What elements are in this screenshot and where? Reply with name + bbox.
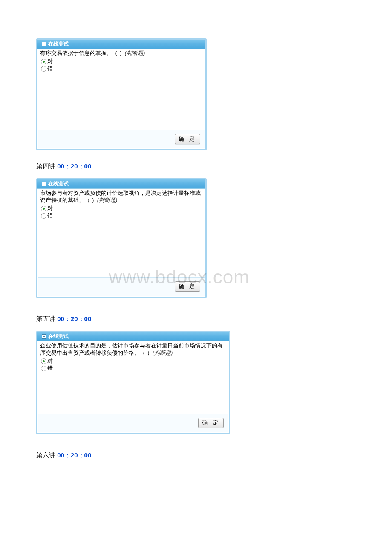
panel-header: 在线测试 <box>37 332 229 341</box>
radio-false[interactable] <box>41 213 46 219</box>
option-true-label: 对 <box>47 58 53 65</box>
panel-title: 在线测试 <box>48 333 69 340</box>
section-heading-6: 第六讲 00：20：00 <box>36 451 392 460</box>
confirm-button[interactable]: 确 定 <box>175 134 200 144</box>
confirm-button[interactable]: 确 定 <box>198 418 224 428</box>
heading-prefix: 第四讲 <box>36 162 57 170</box>
option-true-label: 对 <box>47 358 53 365</box>
question-area: 企业使用估值技术的目的是，估计市场参与者在计量日当前市场情况下的有序交易中出售资… <box>38 341 228 414</box>
panel-header: 在线测试 <box>37 40 205 49</box>
option-false-row: 错 <box>41 212 203 220</box>
radio-true[interactable] <box>41 358 46 364</box>
panel-header: 在线测试 <box>37 179 205 189</box>
question-text: 有序交易依据于信息的掌握。（ ） <box>40 50 125 56</box>
heading-prefix: 第六讲 <box>36 451 57 459</box>
panel-body: 企业使用估值技术的目的是，估计市场参与者在计量日当前市场情况下的有序交易中出售资… <box>37 341 229 433</box>
section-heading-5: 第五讲 00：20：00 <box>36 315 392 323</box>
section-heading-4: 第四讲 00：20：00 <box>36 162 392 171</box>
option-true-row: 对 <box>41 358 226 365</box>
panel-title: 在线测试 <box>48 180 69 188</box>
options: 对 错 <box>40 205 203 220</box>
option-false-label: 错 <box>47 365 53 372</box>
options: 对 错 <box>40 58 203 72</box>
options: 对 错 <box>40 358 226 372</box>
radio-true[interactable] <box>41 59 46 64</box>
question-text: 企业使用估值技术的目的是，估计市场参与者在计量日当前市场情况下的有序交易中出售资… <box>40 342 223 356</box>
quiz-panel-2: 在线测试 市场参与者对资产或负债的计价选取视角，是决定选择计量标准或资产特征的基… <box>36 178 207 298</box>
collapse-icon[interactable] <box>42 42 46 46</box>
question-text: 市场参与者对资产或负债的计价选取视角，是决定选择计量标准或资产特征的基础。（ ） <box>40 190 201 203</box>
heading-time: 00：20：00 <box>57 451 91 459</box>
option-false-label: 错 <box>47 212 53 220</box>
heading-time: 00：20：00 <box>57 315 91 322</box>
panel-footer: 确 定 <box>38 130 205 148</box>
option-true-row: 对 <box>41 58 203 65</box>
radio-false[interactable] <box>41 66 46 72</box>
judge-tag: (判断题) <box>97 197 118 203</box>
panel-body: 市场参与者对资产或负债的计价选取视角，是决定选择计量标准或资产特征的基础。（ ）… <box>37 189 205 297</box>
collapse-icon[interactable] <box>42 182 46 186</box>
option-false-label: 错 <box>47 65 53 72</box>
confirm-button[interactable]: 确 定 <box>175 281 200 292</box>
radio-true[interactable] <box>41 206 46 211</box>
option-true-label: 对 <box>47 205 53 212</box>
quiz-panel-1: 在线测试 有序交易依据于信息的掌握。（ ）(判断题) 对 错 确 定 <box>36 38 207 150</box>
heading-time: 00：20：00 <box>57 162 91 170</box>
panel-body: 有序交易依据于信息的掌握。（ ）(判断题) 对 错 确 定 <box>37 49 205 149</box>
judge-tag: (判断题) <box>153 350 173 356</box>
panel-footer: 确 定 <box>38 414 228 432</box>
panel-title: 在线测试 <box>48 40 69 48</box>
option-false-row: 错 <box>41 365 226 372</box>
heading-prefix: 第五讲 <box>36 315 57 322</box>
quiz-panel-3: 在线测试 企业使用估值技术的目的是，估计市场参与者在计量日当前市场情况下的有序交… <box>36 331 230 434</box>
radio-false[interactable] <box>41 366 46 371</box>
panel-footer: 确 定 <box>38 278 205 296</box>
question-area: 有序交易依据于信息的掌握。（ ）(判断题) 对 错 <box>38 49 205 130</box>
question-area: 市场参与者对资产或负债的计价选取视角，是决定选择计量标准或资产特征的基础。（ ）… <box>38 189 205 278</box>
collapse-icon[interactable] <box>42 334 46 339</box>
option-true-row: 对 <box>41 205 203 212</box>
judge-tag: (判断题) <box>125 50 145 56</box>
option-false-row: 错 <box>41 65 203 72</box>
